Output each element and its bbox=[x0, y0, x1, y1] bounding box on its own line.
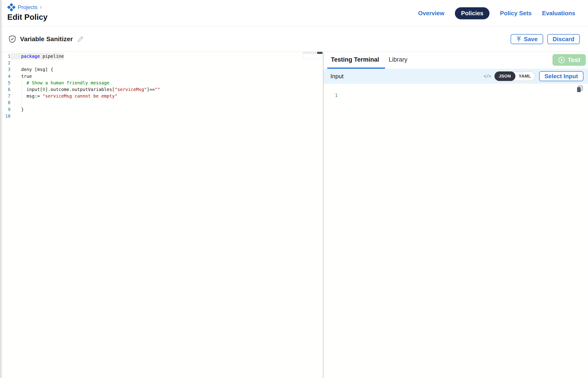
code-line[interactable]: 4true bbox=[0, 73, 323, 80]
format-toggle[interactable]: JSON YAML bbox=[494, 71, 535, 81]
test-button[interactable]: Test bbox=[552, 54, 586, 66]
code-text[interactable]: true bbox=[11, 73, 32, 80]
format-option-yaml[interactable]: YAML bbox=[515, 71, 535, 81]
code-text[interactable]: deny [msg] { bbox=[11, 66, 53, 73]
nav-evaluations[interactable]: Evaluations bbox=[542, 10, 575, 17]
line-number: 2 bbox=[0, 60, 11, 66]
toolbar-actions: Save Discard bbox=[511, 34, 580, 44]
code-line[interactable]: 8 bbox=[0, 99, 323, 106]
nav-overview[interactable]: Overview bbox=[418, 10, 444, 17]
copy-icon bbox=[577, 85, 583, 93]
indent-guide bbox=[22, 80, 22, 106]
code-text[interactable] bbox=[11, 60, 21, 66]
line-number: 1 bbox=[0, 53, 11, 60]
input-label: Input bbox=[330, 73, 344, 80]
play-circle-icon bbox=[558, 56, 565, 64]
line-number: 3 bbox=[0, 66, 11, 73]
shield-check-icon bbox=[9, 35, 16, 43]
code-text[interactable] bbox=[11, 113, 21, 119]
code-line[interactable]: 9} bbox=[0, 106, 323, 113]
editor-minimap[interactable] bbox=[303, 52, 322, 59]
edit-name-button[interactable] bbox=[77, 36, 84, 42]
code-line[interactable]: 3deny [msg] { bbox=[0, 66, 323, 73]
discard-label: Discard bbox=[553, 36, 574, 43]
test-label: Test bbox=[568, 56, 580, 64]
code-lines[interactable]: 1package pipeline23deny [msg] {4true5 # … bbox=[0, 52, 323, 119]
edit-policy-page: Projects › Edit Policy Overview Policies… bbox=[0, 0, 588, 378]
policy-name: Variable Sanitizer bbox=[20, 36, 73, 43]
code-line[interactable]: 7 msg:= "serviceMsg cannot be empty" bbox=[0, 93, 323, 99]
policy-title-group: Variable Sanitizer bbox=[9, 35, 84, 43]
pencil-icon bbox=[77, 36, 84, 42]
input-line-number: 1 bbox=[335, 93, 338, 98]
tab-testing-terminal[interactable]: Testing Terminal bbox=[327, 52, 385, 69]
code-line[interactable]: 1package pipeline bbox=[0, 53, 323, 60]
code-line[interactable]: 2 bbox=[0, 60, 323, 66]
code-line[interactable]: 10 bbox=[0, 113, 323, 119]
module-nav: Overview Policies Policy Sets Evaluation… bbox=[418, 0, 575, 26]
line-number: 10 bbox=[0, 113, 11, 119]
tab-library-label: Library bbox=[389, 56, 408, 63]
chevron-right-icon: › bbox=[40, 4, 42, 10]
code-text[interactable] bbox=[11, 99, 21, 106]
terminal-tabs: Testing Terminal Library Test bbox=[324, 52, 588, 69]
upload-icon bbox=[516, 36, 521, 42]
discard-button[interactable]: Discard bbox=[547, 34, 580, 44]
code-text[interactable]: package pipeline bbox=[11, 53, 64, 60]
nav-policies[interactable]: Policies bbox=[455, 7, 490, 19]
line-number: 9 bbox=[0, 106, 11, 113]
policy-toolbar: Variable Sanitizer Save Discard bbox=[0, 27, 588, 52]
page-header: Projects › Edit Policy Overview Policies… bbox=[0, 0, 588, 27]
code-format-icon[interactable]: </> bbox=[484, 73, 491, 79]
copy-button[interactable] bbox=[577, 85, 583, 93]
policy-code-editor[interactable]: 1package pipeline23deny [msg] {4true5 # … bbox=[0, 52, 323, 378]
code-line[interactable]: 6 input[0].outcome.outputVariables["serv… bbox=[0, 86, 323, 93]
projects-icon bbox=[7, 3, 15, 11]
select-input-button[interactable]: Select Input bbox=[539, 71, 583, 81]
testing-terminal-panel: Testing Terminal Library Test Input </> bbox=[324, 52, 588, 378]
code-line[interactable]: 5 # Show a human friendly message bbox=[0, 80, 323, 86]
code-text[interactable]: msg:= "serviceMsg cannot be empty" bbox=[11, 93, 117, 99]
format-option-json[interactable]: JSON bbox=[494, 71, 515, 81]
test-input-editor[interactable]: 1 bbox=[324, 84, 588, 378]
breadcrumb: Projects › bbox=[7, 3, 48, 11]
code-text[interactable]: # Show a human friendly message bbox=[11, 80, 109, 86]
code-text[interactable]: } bbox=[11, 106, 24, 113]
save-label: Save bbox=[524, 36, 538, 43]
tab-testing-terminal-label: Testing Terminal bbox=[331, 56, 379, 63]
tab-library[interactable]: Library bbox=[385, 52, 413, 69]
line-number: 7 bbox=[0, 93, 11, 99]
nav-policy-sets[interactable]: Policy Sets bbox=[500, 10, 532, 17]
line-number: 5 bbox=[0, 80, 11, 86]
line-number: 4 bbox=[0, 73, 11, 80]
line-number: 6 bbox=[0, 86, 11, 93]
save-button[interactable]: Save bbox=[511, 34, 543, 44]
minimap-slider[interactable] bbox=[317, 52, 322, 54]
line-number: 8 bbox=[0, 99, 11, 106]
breadcrumb-projects-link[interactable]: Projects bbox=[18, 4, 38, 11]
page-title: Edit Policy bbox=[7, 13, 48, 22]
input-header-actions: </> JSON YAML Select Input bbox=[484, 71, 583, 81]
input-header: Input </> JSON YAML Select Input bbox=[324, 69, 588, 84]
main-content: 1package pipeline23deny [msg] {4true5 # … bbox=[0, 52, 588, 378]
header-left: Projects › Edit Policy bbox=[7, 0, 48, 26]
code-text[interactable]: input[0].outcome.outputVariables["servic… bbox=[11, 86, 160, 93]
